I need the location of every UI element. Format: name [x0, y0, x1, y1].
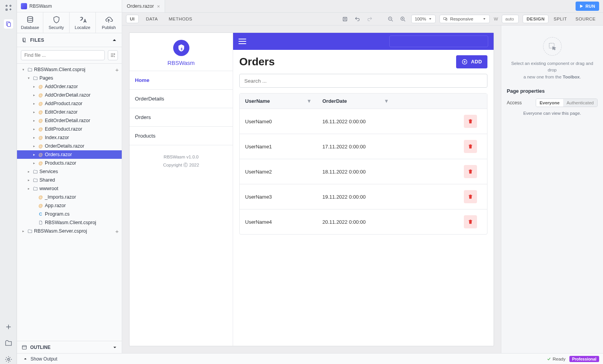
column-header-orderdate[interactable]: OrderDate▼ [317, 94, 394, 109]
properties-panel: Select an existing component or drag and… [501, 26, 603, 353]
zoom-out-icon[interactable] [387, 15, 395, 23]
tabbar: Orders.razor× RUN [122, 0, 603, 12]
access-segmented[interactable]: Everyone Authenticated [536, 99, 598, 107]
tree-item[interactable]: ▸@Products.razor [17, 159, 122, 167]
nav-item[interactable]: Orders [129, 108, 233, 127]
table-row[interactable]: UserName218.11.2022 0:00:00 [240, 159, 487, 184]
tree-item[interactable]: ▸@AddOrder.razor [17, 82, 122, 91]
tree-item[interactable]: ▸@AddOrderDetail.razor [17, 91, 122, 99]
tree-item[interactable]: ▸Shared [17, 176, 122, 184]
tree-item[interactable]: CProgram.cs [17, 210, 122, 218]
add-button[interactable]: ADD [456, 55, 487, 68]
tree-item[interactable]: ▸@EditOrder.razor [17, 108, 122, 116]
menu-icon[interactable] [238, 39, 246, 44]
find-file-input[interactable] [21, 50, 105, 60]
column-header-username[interactable]: UserName▼ [240, 94, 317, 109]
tree-item[interactable]: @App.razor [17, 201, 122, 210]
save-icon[interactable] [341, 15, 349, 23]
localize-button[interactable]: Localize [70, 12, 96, 33]
nav-item[interactable]: OrderDetails [129, 90, 233, 108]
split-tab[interactable]: SPLIT [550, 15, 570, 23]
database-button[interactable]: Database [17, 12, 43, 33]
add-icon[interactable] [4, 322, 13, 332]
access-property: Access Everyone Authenticated [507, 99, 598, 107]
tree-item[interactable]: ▸wwwroot [17, 184, 122, 193]
nav-item[interactable]: Home [129, 71, 233, 90]
access-authenticated[interactable]: Authenticated [563, 99, 597, 107]
open-tab[interactable]: Orders.razor× [122, 0, 165, 12]
svg-rect-4 [7, 23, 10, 27]
responsive-select[interactable]: Responsive [439, 15, 490, 23]
design-canvas[interactable]: RBSWasm HomeOrderDetailsOrdersProducts R… [122, 26, 501, 353]
run-button[interactable]: RUN [576, 2, 599, 11]
close-tab-icon[interactable]: × [157, 3, 160, 9]
tree-item[interactable]: ▾Pages [17, 74, 122, 82]
files-header[interactable]: FILES [17, 33, 122, 47]
preview-logo: RBSWasm [129, 33, 233, 71]
zoom-in-icon[interactable] [399, 15, 407, 23]
delete-button[interactable] [464, 215, 477, 228]
project-title: RBSWasm [17, 0, 122, 12]
zoom-select[interactable]: 100% [411, 15, 436, 23]
filter-icon[interactable]: ▼ [384, 98, 389, 104]
undo-icon[interactable] [353, 15, 362, 23]
width-input[interactable] [502, 15, 519, 23]
search-input[interactable] [239, 74, 487, 88]
preview-main: Orders ADD UserName▼ OrderDate▼ Us [233, 33, 494, 346]
activity-rail [0, 0, 17, 364]
status-ready: Ready [553, 357, 566, 361]
ui-tab[interactable]: UI [126, 15, 139, 23]
redo-icon[interactable] [366, 15, 374, 23]
tree-item[interactable]: @_Imports.razor [17, 193, 122, 201]
table-row[interactable]: UserName016.11.2022 0:00:00 [240, 109, 487, 134]
tree-item[interactable]: ▸@EditProduct.razor [17, 125, 122, 133]
table-row[interactable]: UserName319.11.2022 0:00:00 [240, 184, 487, 209]
tree-item[interactable]: RBSWasm.Client.csproj [17, 218, 122, 227]
file-tree[interactable]: ▾RBSWasm.Client.csproj+▾Pages▸@AddOrder.… [17, 64, 122, 341]
tree-settings-button[interactable] [108, 50, 118, 60]
nav-item[interactable]: Products [129, 127, 233, 145]
svg-rect-9 [343, 17, 347, 21]
chevron-down-icon [112, 345, 117, 350]
tree-item[interactable]: ▸@OrderDetails.razor [17, 142, 122, 150]
tree-item[interactable]: ▸Services [17, 167, 122, 176]
outline-header[interactable]: OUTLINE [17, 341, 122, 353]
empty-help-text: Select an existing component or drag and… [507, 60, 598, 80]
security-button[interactable]: Security [43, 12, 70, 33]
delete-button[interactable] [464, 190, 477, 203]
components-icon[interactable] [4, 3, 13, 12]
find-row [17, 47, 122, 64]
tree-item[interactable]: ▸@EditOrderDetail.razor [17, 116, 122, 125]
table-row[interactable]: UserName420.11.2022 0:00:00 [240, 209, 487, 234]
delete-button[interactable] [464, 140, 477, 153]
methods-tab[interactable]: METHODS [165, 15, 196, 23]
check-icon [547, 357, 551, 361]
tree-item[interactable]: ▸@Index.razor [17, 133, 122, 142]
settings-icon[interactable] [4, 355, 13, 364]
header-search[interactable] [389, 36, 488, 47]
table-row[interactable]: UserName117.11.2022 0:00:00 [240, 134, 487, 159]
data-tab[interactable]: DATA [143, 15, 162, 23]
app-preview: RBSWasm HomeOrderDetailsOrdersProducts R… [129, 32, 494, 346]
delete-button[interactable] [464, 165, 477, 178]
preview-nav: HomeOrderDetailsOrdersProducts [129, 71, 233, 145]
tree-item[interactable]: ▾RBSWasm.Client.csproj+ [17, 65, 122, 74]
sub-toolbar: UI DATA METHODS 100% Responsive W DESIGN… [122, 12, 603, 26]
explorer-icon[interactable] [4, 19, 13, 29]
tree-item[interactable]: ▸@AddProduct.razor [17, 99, 122, 108]
open-folder-icon[interactable] [4, 338, 13, 348]
design-tab[interactable]: DESIGN [523, 15, 548, 23]
side-panel: RBSWasm Database Security Localize Publi… [17, 0, 122, 353]
publish-button[interactable]: Publish [96, 12, 122, 33]
access-everyone[interactable]: Everyone [536, 99, 563, 107]
svg-point-1 [10, 5, 11, 6]
tree-item[interactable]: ▸RBSWasm.Server.csproj+ [17, 227, 122, 235]
tree-item[interactable]: ▸@Orders.razor [17, 150, 122, 159]
project-icon [21, 3, 27, 9]
show-output-toggle[interactable]: Show Output [21, 356, 60, 362]
filter-icon[interactable]: ▼ [307, 98, 312, 104]
delete-button[interactable] [464, 115, 477, 128]
source-tab[interactable]: SOURCE [572, 15, 599, 23]
svg-rect-7 [23, 38, 25, 41]
panel-toolbar: Database Security Localize Publish [17, 12, 122, 33]
